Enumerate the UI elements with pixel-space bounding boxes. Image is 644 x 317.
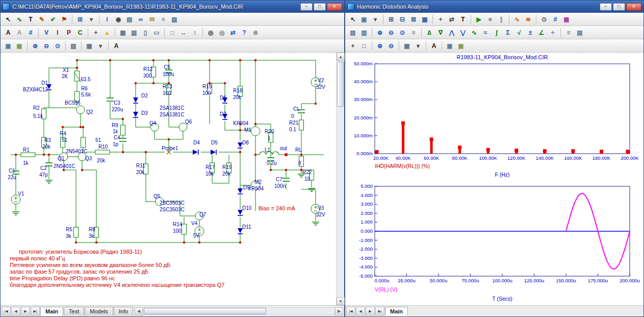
page-nav-button-2[interactable]: ▶ — [366, 307, 375, 315]
tab-models[interactable]: Models — [85, 307, 113, 316]
schematic-label[interactable]: R11 — [136, 163, 145, 168]
schematic-label[interactable]: 51 — [95, 138, 101, 143]
plot-tolerance-icon[interactable]: ± — [525, 27, 536, 38]
vertical-scroll-track[interactable] — [337, 61, 344, 297]
schematic-label[interactable]: R19 — [222, 165, 231, 170]
warning-icon[interactable]: ▲ — [102, 27, 113, 38]
plot-smooth-icon[interactable]: ≈ — [480, 27, 491, 38]
schematic-label[interactable]: V3 — [318, 206, 324, 211]
schematic-label[interactable]: прототип: усилитель Борисова (Радио 1983… — [19, 249, 142, 255]
schematic-label[interactable]: C5 — [164, 65, 170, 70]
component-dropdown-icon[interactable]: ▾ — [86, 14, 97, 25]
open-page-icon[interactable]: ▥ — [359, 27, 370, 38]
schematic-label[interactable]: R13 — [163, 84, 172, 89]
select-arrow-icon[interactable]: ↖ — [348, 14, 358, 25]
grid-icon[interactable]: ▦ — [118, 27, 128, 38]
properties-icon[interactable]: ≡ — [408, 27, 419, 38]
schematic-label[interactable]: 20k — [233, 95, 241, 100]
schematic-label[interactable]: Q4 — [149, 121, 156, 126]
zoom-in-icon[interactable]: ⊕ — [375, 27, 385, 38]
schematic-label[interactable]: C2 — [40, 166, 47, 171]
restore-button[interactable]: □ — [314, 3, 326, 11]
schematic-label[interactable]: R18 — [233, 88, 242, 93]
new-page-icon[interactable]: ▤ — [348, 27, 358, 38]
tab-main[interactable]: Main — [40, 307, 63, 316]
paste-icon[interactable]: ▣ — [14, 40, 25, 51]
component-browser-icon[interactable]: ⊞ — [75, 14, 86, 25]
tab-main[interactable]: Main — [385, 307, 408, 316]
node-numbers-icon[interactable]: # — [25, 27, 36, 38]
schematic-label[interactable]: 1k — [113, 129, 118, 134]
plot-integral-icon[interactable]: ∫ — [492, 27, 502, 38]
schematic-label[interactable]: R22 — [302, 170, 312, 175]
schematic-label[interactable]: R17 — [205, 165, 215, 170]
numeric-icon[interactable]: # — [550, 14, 561, 25]
scale-mode-icon[interactable]: ⇄ — [447, 14, 457, 25]
schematic-label[interactable]: 22u — [8, 175, 16, 180]
schematic-label[interactable]: R20 — [265, 129, 274, 134]
stack-plots-icon[interactable]: ≡ — [563, 27, 574, 38]
schematic-label[interactable]: 300 — [143, 74, 152, 79]
schematic-label[interactable]: 51 — [62, 138, 67, 143]
cursor-mode-icon[interactable]: + — [435, 14, 446, 25]
transient-waveform-chart[interactable]: 5.0004.0003.0002.0001.0000.000-1.000-2.0… — [345, 182, 643, 305]
schematic-label[interactable]: 2SA1381C — [160, 112, 184, 117]
panel-window-icon[interactable]: ▦ — [420, 14, 430, 25]
sheet-icon[interactable]: ▤ — [124, 14, 135, 25]
schematic-label[interactable]: R12 — [143, 67, 152, 72]
schematic-label[interactable]: 5.6k — [81, 92, 91, 97]
schematic-label[interactable]: 1k — [23, 161, 29, 166]
pause-icon[interactable]: ∥ — [496, 14, 507, 25]
flip-vertical-icon[interactable]: ↕ — [190, 27, 200, 38]
minimize-button[interactable]: − — [600, 3, 612, 11]
schematic-label[interactable]: 2SC3503C — [160, 207, 185, 212]
schematic-label[interactable]: X1 — [63, 68, 69, 73]
graphics-mode-icon[interactable]: ✎ — [37, 14, 47, 25]
font-icon[interactable]: A — [429, 40, 440, 51]
schematic-label[interactable]: KP904 — [248, 186, 264, 191]
paste-icon[interactable]: ▣ — [456, 40, 467, 51]
font-icon[interactable]: A — [111, 40, 122, 51]
schematic-label[interactable]: 32V — [316, 85, 325, 90]
schematic-titlebar[interactable]: C:\MC11\DATA\Petrov\AMP_KP904_Borisov_R1… — [1, 1, 344, 13]
schematic-label[interactable]: 10k — [205, 172, 214, 177]
schematic-label[interactable]: V1 — [18, 191, 24, 197]
schematic-label[interactable]: 2N5401C — [66, 149, 87, 154]
overlay-windows-icon[interactable]: ⊟ — [397, 14, 408, 25]
layers-icon[interactable]: ▤ — [575, 27, 585, 38]
schematic-label[interactable]: D6 — [220, 95, 226, 101]
schematic-label[interactable]: D10 — [242, 206, 251, 211]
schematic-label[interactable]: D11 — [242, 225, 251, 230]
schematic-label[interactable]: 1 — [268, 136, 271, 141]
schematic-label[interactable]: 10 — [304, 177, 310, 182]
schematic-label[interactable]: D8 — [242, 140, 249, 145]
plot-sqrt-icon[interactable]: √ — [514, 27, 525, 38]
schematic-label[interactable]: R3 — [44, 138, 51, 143]
schematic-label[interactable]: time Propagation Delay (tPD) равно 96 нс — [10, 276, 115, 281]
horizontal-scrollbar[interactable]: ◀ ▶ — [135, 307, 343, 315]
powers-icon[interactable]: P — [64, 27, 74, 38]
schematic-label[interactable]: BC556 — [65, 101, 81, 106]
camera-icon[interactable]: ▧ — [169, 14, 180, 25]
schematic-label[interactable]: 5V — [193, 233, 199, 238]
schematic-label[interactable]: благодаря дополнительному источнику V4 и… — [10, 282, 224, 288]
pan-mode-icon[interactable]: + — [348, 40, 358, 51]
clipboard-icon[interactable]: ▣ — [359, 14, 370, 25]
page-nav-button-0[interactable]: |◀ — [346, 307, 355, 315]
plot-sum-icon[interactable]: Σ — [503, 27, 513, 38]
schematic-label[interactable]: RL — [295, 148, 302, 153]
link-icon[interactable]: ∞ — [136, 14, 146, 25]
plot-wave-icon[interactable]: ∿ — [469, 27, 480, 38]
zoom-out-icon[interactable]: ⊖ — [386, 27, 397, 38]
close-button[interactable]: × — [327, 3, 342, 11]
schematic-label[interactable]: R15 — [202, 84, 212, 89]
schematic-label[interactable]: R9 — [112, 123, 118, 128]
pin-connections-icon[interactable]: + — [91, 27, 101, 38]
horizontal-scroll-track[interactable] — [143, 307, 335, 315]
schematic-label[interactable]: CL — [293, 107, 300, 112]
schematic-label[interactable]: запас по фазе 57 градусов, запас по усил… — [10, 269, 148, 275]
schematic-label[interactable]: 20k — [222, 172, 230, 177]
schematic-label[interactable]: R14 — [173, 222, 182, 227]
clipboard-dropdown-icon[interactable]: ▾ — [370, 14, 381, 25]
properties-icon[interactable]: ▩ — [561, 14, 572, 25]
